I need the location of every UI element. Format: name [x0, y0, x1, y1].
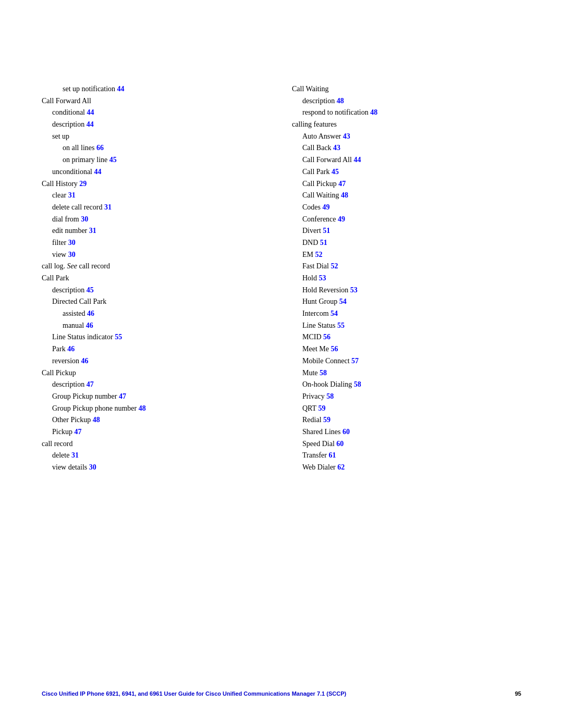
list-item: delete 31	[52, 450, 282, 461]
list-item: On-hook Dialing 58	[302, 379, 521, 390]
list-item: Divert 51	[302, 225, 521, 237]
list-item: Hunt Group 54	[302, 296, 521, 307]
list-item: view 30	[52, 249, 282, 261]
list-item: unconditional 44	[52, 166, 282, 178]
list-item: respond to notification 48	[302, 107, 521, 118]
list-item: Line Status 55	[302, 320, 521, 331]
list-item: Call History 29	[42, 178, 282, 190]
list-item: set up notification 44	[63, 83, 282, 95]
list-item: description 45	[52, 285, 282, 296]
list-item: set up	[52, 131, 282, 142]
list-item: dial from 30	[52, 214, 282, 225]
list-item: Call Forward All 44	[302, 154, 521, 166]
list-item: QRT 59	[302, 403, 521, 414]
list-item: Other Pickup 48	[52, 414, 282, 426]
list-item: Call Back 43	[302, 142, 521, 154]
footer-text: Cisco Unified IP Phone 6921, 6941, and 6…	[42, 690, 346, 697]
list-item: Group Pickup phone number 48	[52, 403, 282, 414]
list-item: Speed Dial 60	[302, 438, 521, 450]
list-item: Mute 58	[302, 367, 521, 379]
list-item: Call Waiting 48	[302, 190, 521, 201]
list-item: Call Waiting	[292, 83, 521, 95]
list-item: Transfer 61	[302, 450, 521, 461]
list-item: Intercom 54	[302, 308, 521, 319]
list-item: Privacy 58	[302, 391, 521, 402]
list-item: assisted 46	[63, 308, 282, 319]
list-item: Mobile Connect 57	[302, 355, 521, 367]
content-area: set up notification 44 Call Forward All …	[42, 83, 521, 474]
list-item: Codes 49	[302, 202, 521, 213]
list-item: on all lines 66	[63, 142, 282, 154]
list-item: Call Pickup 47	[302, 178, 521, 190]
list-item: Web Dialer 62	[302, 462, 521, 473]
list-item: Park 46	[52, 343, 282, 355]
list-item: Line Status indicator 55	[52, 331, 282, 343]
list-item: Auto Answer 43	[302, 131, 521, 142]
list-item: Shared Lines 60	[302, 426, 521, 438]
list-item: Hold 53	[302, 273, 521, 284]
list-item: Call Forward All	[42, 95, 282, 107]
list-item: reversion 46	[52, 355, 282, 367]
page: set up notification 44 Call Forward All …	[0, 0, 563, 728]
list-item: Pickup 47	[52, 426, 282, 438]
left-column: set up notification 44 Call Forward All …	[42, 83, 282, 474]
list-item: Conference 49	[302, 214, 521, 225]
list-item: Hold Reversion 53	[302, 285, 521, 296]
list-item: Directed Call Park	[52, 296, 282, 307]
list-item: description 48	[302, 95, 521, 107]
list-item: manual 46	[63, 320, 282, 331]
list-item: DND 51	[302, 237, 521, 249]
list-item: on primary line 45	[63, 154, 282, 166]
footer: Cisco Unified IP Phone 6921, 6941, and 6…	[42, 690, 521, 697]
list-item: conditional 44	[52, 107, 282, 118]
list-item: call log. See call record	[42, 261, 282, 272]
list-item: Redial 59	[302, 414, 521, 426]
footer-page-number: 95	[515, 690, 521, 697]
list-item: edit number 31	[52, 225, 282, 237]
list-item: filter 30	[52, 237, 282, 249]
list-item: Meet Me 56	[302, 343, 521, 355]
list-item: calling features	[292, 119, 521, 130]
list-item: Group Pickup number 47	[52, 391, 282, 402]
list-item: clear 31	[52, 190, 282, 201]
list-item: Call Pickup	[42, 367, 282, 379]
list-item: Fast Dial 52	[302, 261, 521, 272]
list-item: call record	[42, 438, 282, 450]
list-item: description 44	[52, 119, 282, 130]
right-column: Call Waiting description 48 respond to n…	[282, 83, 521, 474]
list-item: description 47	[52, 379, 282, 390]
list-item: Call Park 45	[302, 166, 521, 178]
list-item: EM 52	[302, 249, 521, 261]
list-item: Call Park	[42, 273, 282, 284]
list-item: delete call record 31	[52, 202, 282, 213]
list-item: view details 30	[52, 462, 282, 473]
list-item: MCID 56	[302, 331, 521, 343]
